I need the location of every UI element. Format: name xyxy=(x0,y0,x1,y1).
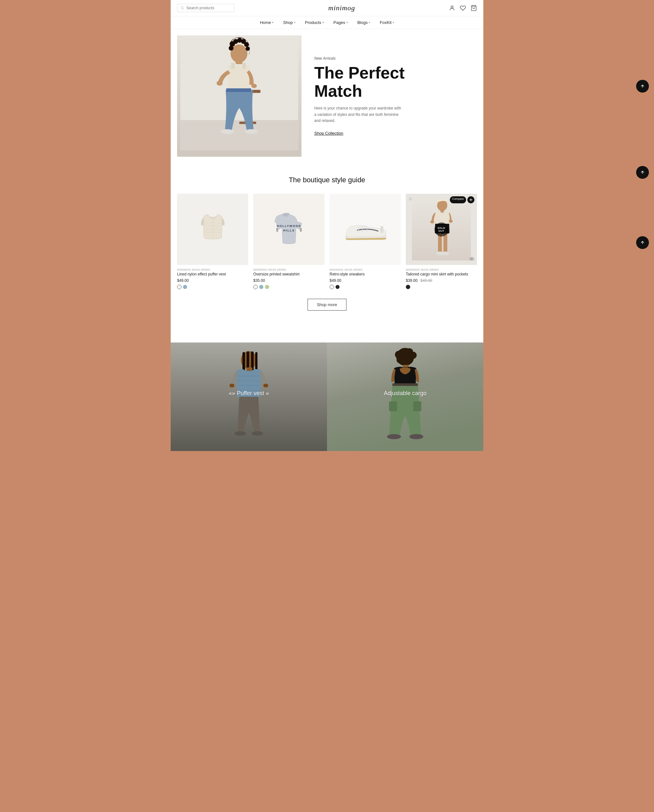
wishlist-icon[interactable]: ☆ xyxy=(408,196,413,201)
nav-item-shop[interactable]: Shop ▾ xyxy=(283,20,295,25)
svg-text:HOLLYWOOD: HOLLYWOOD xyxy=(277,224,301,228)
header: minimog xyxy=(171,0,483,16)
chevron-down-icon: ▾ xyxy=(347,21,348,24)
swatch[interactable] xyxy=(335,285,340,289)
add-icon[interactable] xyxy=(468,196,474,203)
svg-rect-32 xyxy=(300,228,302,232)
svg-rect-14 xyxy=(226,89,251,92)
svg-point-84 xyxy=(387,434,401,439)
search-bar[interactable] xyxy=(177,4,234,12)
account-icon[interactable] xyxy=(449,5,455,11)
chevron-down-icon: ▾ xyxy=(393,21,394,24)
svg-rect-82 xyxy=(413,401,421,411)
hero-subtitle: New Arrivals xyxy=(314,56,464,61)
site-logo: minimog xyxy=(328,4,355,12)
svg-rect-44 xyxy=(440,210,444,213)
svg-point-46 xyxy=(449,220,453,223)
swatch[interactable] xyxy=(183,285,187,289)
svg-point-25 xyxy=(246,47,250,51)
chevron-down-icon: ▾ xyxy=(272,21,274,24)
svg-text:HILLS: HILLS xyxy=(283,229,295,232)
hero-text: New Arrivals The Perfect Match Here is y… xyxy=(314,56,464,136)
product-name: Tailored cargo mini skirt with pockets xyxy=(406,272,477,277)
product-card[interactable]: HOLLYWOOD HILLS MINIMOG MAIN DEMO Oversi… xyxy=(253,194,324,289)
svg-point-9 xyxy=(220,129,234,134)
scroll-top-button[interactable] xyxy=(636,166,649,179)
svg-point-78 xyxy=(407,357,413,363)
product-name: Lined nylon effect puffer vest xyxy=(177,272,248,277)
product-card[interactable]: MINIMOG MAIN DEMO Lined nylon effect puf… xyxy=(177,194,248,289)
puffer-category-image xyxy=(171,343,327,451)
product-price: $49.00 xyxy=(330,278,401,283)
color-swatches xyxy=(253,285,324,289)
svg-rect-40 xyxy=(380,226,383,233)
svg-point-69 xyxy=(263,384,268,388)
shop-more-button[interactable]: Shop more xyxy=(307,299,347,311)
sweatshirt-illustration: HOLLYWOOD HILLS xyxy=(267,207,312,252)
nav-item-home[interactable]: Home ▾ xyxy=(260,20,274,25)
product-card[interactable]: SOLD OUT Compare ☆ xyxy=(406,194,477,289)
nav-item-products[interactable]: Products ▾ xyxy=(305,20,324,25)
vest-illustration xyxy=(194,209,232,250)
svg-point-45 xyxy=(430,220,434,224)
chevron-down-icon: ▾ xyxy=(294,21,295,24)
svg-rect-11 xyxy=(228,66,249,92)
compare-button[interactable]: Compare xyxy=(450,196,466,203)
swatch[interactable] xyxy=(330,285,334,289)
sneaker-illustration xyxy=(340,210,391,249)
search-input[interactable] xyxy=(186,6,231,10)
product-vendor: MINIMOG MAIN DEMO xyxy=(406,268,477,271)
svg-rect-62 xyxy=(255,352,257,371)
nav-item-blogs[interactable]: Blogs ▾ xyxy=(357,20,370,25)
product-card[interactable]: MINIMOG MAIN DEMO Retro-style sneakers $… xyxy=(330,194,401,289)
chevron-down-icon: ▾ xyxy=(369,21,370,24)
svg-point-85 xyxy=(409,434,423,439)
product-image xyxy=(177,194,248,265)
svg-rect-5 xyxy=(180,120,298,150)
swatch[interactable] xyxy=(177,285,182,289)
products-grid: MINIMOG MAIN DEMO Lined nylon effect puf… xyxy=(177,194,477,289)
wishlist-icon[interactable] xyxy=(460,5,466,11)
svg-rect-13 xyxy=(242,63,246,69)
svg-point-24 xyxy=(244,42,249,47)
category-card-cargo[interactable]: Adjustable cargo xyxy=(327,343,483,451)
search-icon xyxy=(180,6,184,10)
cart-icon[interactable] xyxy=(471,5,477,11)
category-card-puffer[interactable]: «» Puffer vest » xyxy=(171,343,327,451)
nav-item-pages[interactable]: Pages ▾ xyxy=(333,20,348,25)
svg-rect-12 xyxy=(231,63,234,69)
product-price: $49.00 xyxy=(177,278,248,283)
category-label-cargo: Adjustable cargo xyxy=(384,390,426,397)
svg-point-52 xyxy=(442,251,449,255)
product-image: SOLD OUT Compare ☆ xyxy=(406,194,477,265)
page-wrapper: minimog Home ▾ Shop ▾ Produc xyxy=(171,0,483,451)
scroll-top-button[interactable] xyxy=(636,80,649,93)
style-guide-title: The boutique style guide xyxy=(177,176,477,184)
cargo-category-image xyxy=(327,343,483,451)
svg-point-16 xyxy=(251,84,257,88)
compare-bar: Compare xyxy=(450,196,474,203)
swatch[interactable] xyxy=(406,285,410,289)
swatch[interactable] xyxy=(265,285,269,289)
svg-rect-50 xyxy=(443,233,447,253)
swatch[interactable] xyxy=(259,285,263,289)
category-label-puffer: «» Puffer vest » xyxy=(229,390,269,397)
scroll-top-button[interactable] xyxy=(636,236,649,249)
categories-section: «» Puffer vest » xyxy=(171,343,483,451)
hero-image xyxy=(177,35,301,157)
shop-collection-link[interactable]: Shop Collection xyxy=(314,131,343,136)
swatch[interactable] xyxy=(253,285,258,289)
svg-point-2 xyxy=(451,6,453,8)
product-name: Oversize printed sweatshirt xyxy=(253,272,324,277)
nav-item-foxkit[interactable]: FoxKit ▾ xyxy=(380,20,394,25)
svg-point-71 xyxy=(252,431,263,436)
product-price: $35.00 xyxy=(253,278,324,283)
hero-section: New Arrivals The Perfect Match Here is y… xyxy=(171,29,483,163)
product-name: Retro-style sneakers xyxy=(330,272,401,277)
svg-rect-81 xyxy=(389,401,397,411)
header-icons xyxy=(449,5,477,11)
color-swatches xyxy=(177,285,248,289)
product-image xyxy=(330,194,401,265)
quickview-icon[interactable] xyxy=(469,256,474,262)
svg-point-10 xyxy=(245,129,258,134)
